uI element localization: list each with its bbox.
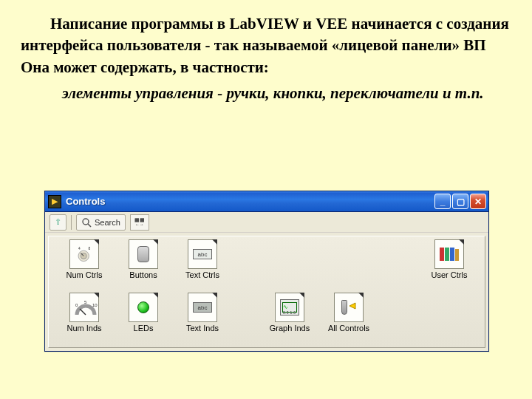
maximize-button[interactable]: ▢: [452, 194, 468, 209]
toolbar: ⇧ Search ▦▦ ←→: [45, 212, 488, 233]
palette-item-all-controls[interactable]: All Controls: [319, 293, 378, 346]
svg-text:0: 0: [75, 303, 78, 307]
up-icon: ⇧: [55, 217, 61, 227]
svg-text:8: 8: [89, 247, 91, 250]
palette-item-label: Num Inds: [66, 324, 101, 332]
palette-item-num-inds[interactable]: 0510 Num Inds: [55, 293, 114, 346]
palette-item-label: LEDs: [134, 324, 154, 332]
text-ind-icon: abc: [193, 302, 212, 313]
dial-icon: 0510: [74, 300, 95, 315]
knob-icon: 48: [75, 245, 93, 263]
close-button[interactable]: ✕: [470, 194, 486, 209]
palette-item-label: Text Inds: [186, 324, 219, 332]
button-icon: [137, 246, 149, 262]
titlebar[interactable]: ▶ Controls _ ▢ ✕: [45, 191, 488, 212]
grid-icon: ▦▦: [134, 217, 145, 222]
up-button[interactable]: ⇧: [50, 214, 66, 231]
palette-item-label: Text Ctrls: [185, 270, 219, 279]
svg-text:4: 4: [78, 247, 81, 250]
app-icon: ▶: [48, 195, 61, 208]
palette-row-1: 48 Num Ctrls Buttons abc Text Ctrls: [55, 239, 479, 293]
svg-marker-11: [349, 303, 355, 309]
all-controls-icon: [341, 300, 357, 315]
palette-item-label: Num Ctrls: [66, 270, 103, 279]
search-button[interactable]: Search: [76, 214, 126, 231]
palette-item-graph-inds[interactable]: ∿0.0 1.0 Graph Inds: [260, 293, 319, 346]
palette-item-text-inds[interactable]: abc Text Inds: [173, 293, 232, 346]
svg-text:10: 10: [92, 303, 98, 307]
toolbar-separator: [71, 215, 72, 230]
search-icon: [81, 217, 92, 228]
palette-item-label: Buttons: [129, 270, 157, 279]
user-ctrls-icon: [440, 248, 459, 261]
palette-item-text-ctrls[interactable]: abc Text Ctrls: [173, 239, 232, 293]
palette-item-buttons[interactable]: Buttons: [114, 239, 173, 293]
palette-item-user-ctrls[interactable]: User Ctrls: [420, 239, 479, 293]
window-title: Controls: [66, 196, 434, 207]
palette: 48 Num Ctrls Buttons abc Text Ctrls: [48, 236, 485, 348]
palette-item-label: Graph Inds: [270, 324, 310, 332]
palette-item-num-ctrls[interactable]: 48 Num Ctrls: [55, 239, 114, 293]
search-label: Search: [95, 218, 120, 227]
paragraph-1: Написание программы в LabVIEW и VEE начи…: [21, 13, 511, 78]
text-ctrl-icon: abc: [193, 249, 212, 259]
svg-line-7: [80, 309, 86, 315]
palette-row-2: 0510 Num Inds LEDs abc Text Inds ∿0.0: [55, 293, 479, 346]
svg-line-1: [88, 224, 91, 227]
palette-item-label: User Ctrls: [432, 270, 468, 279]
graph-icon: ∿0.0 1.0: [280, 299, 299, 316]
paragraph-2: элементы управления - ручки, кнопки, пер…: [21, 83, 511, 104]
svg-text:5: 5: [84, 300, 87, 304]
svg-point-0: [83, 219, 89, 225]
led-icon: [137, 301, 149, 313]
view-mode-button[interactable]: ▦▦ ←→: [130, 214, 149, 231]
palette-item-leds[interactable]: LEDs: [114, 293, 173, 346]
controls-window: ▶ Controls _ ▢ ✕ ⇧ Search ▦▦ ←→: [44, 191, 489, 352]
minimize-button[interactable]: _: [434, 194, 451, 209]
palette-item-label: All Controls: [328, 324, 369, 332]
slide-text-block: Написание программы в LabVIEW и VEE начи…: [0, 0, 532, 105]
